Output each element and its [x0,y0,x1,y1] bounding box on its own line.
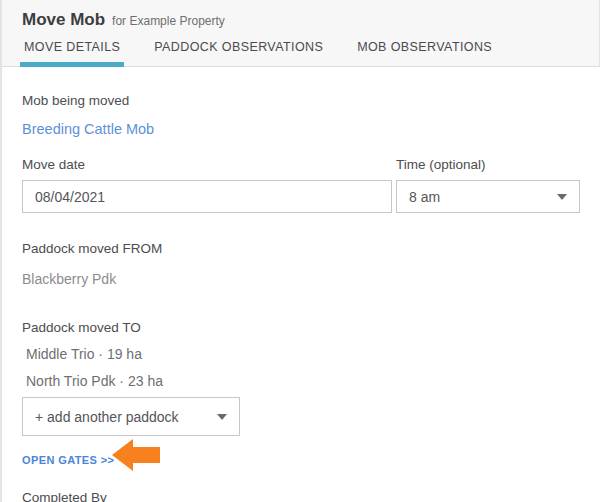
paddock-to-item: North Trio Pdk · 23 ha [26,373,580,389]
mob-being-moved-label: Mob being moved [22,67,580,108]
time-label: Time (optional) [396,157,580,172]
time-select-value: 8 am [409,189,440,205]
chevron-down-icon [557,194,567,200]
annotation-arrow-left-icon [112,439,162,471]
open-gates-link[interactable]: OPEN GATES >> [22,454,114,466]
date-time-row: Move date Time (optional) 8 am [22,157,580,213]
move-mob-dialog: Move Mob for Example Property MOVE DETAI… [0,0,600,502]
time-field-group: Time (optional) 8 am [396,157,580,213]
move-date-input[interactable] [22,180,392,213]
mob-link[interactable]: Breeding Cattle Mob [22,121,154,137]
move-date-field-group: Move date [22,157,392,213]
chevron-down-icon [217,414,227,420]
move-date-label: Move date [22,157,392,172]
add-paddock-select-value: + add another paddock [35,409,179,425]
title-row: Move Mob for Example Property [2,0,599,30]
tab-mob-observations[interactable]: MOB OBSERVATIONS [355,40,494,66]
form-content: Mob being moved Breeding Cattle Mob Move… [2,67,600,502]
dialog-header: Move Mob for Example Property MOVE DETAI… [2,0,600,67]
time-select[interactable]: 8 am [396,180,580,213]
tab-paddock-observations[interactable]: PADDOCK OBSERVATIONS [152,40,325,66]
page-title: Move Mob [22,10,105,30]
tab-bar: MOVE DETAILS PADDOCK OBSERVATIONS MOB OB… [22,40,524,66]
page-subtitle: for Example Property [112,14,225,28]
tab-move-details[interactable]: MOVE DETAILS [22,40,122,66]
add-paddock-select[interactable]: + add another paddock [22,397,240,436]
paddock-to-item: Middle Trio · 19 ha [26,346,580,362]
paddock-from-value: Blackberry Pdk [22,271,580,287]
completed-by-label: Completed By [22,490,580,502]
open-gates-row: OPEN GATES >> [22,450,580,470]
paddock-from-label: Paddock moved FROM [22,241,580,256]
paddock-to-label: Paddock moved TO [22,320,580,335]
